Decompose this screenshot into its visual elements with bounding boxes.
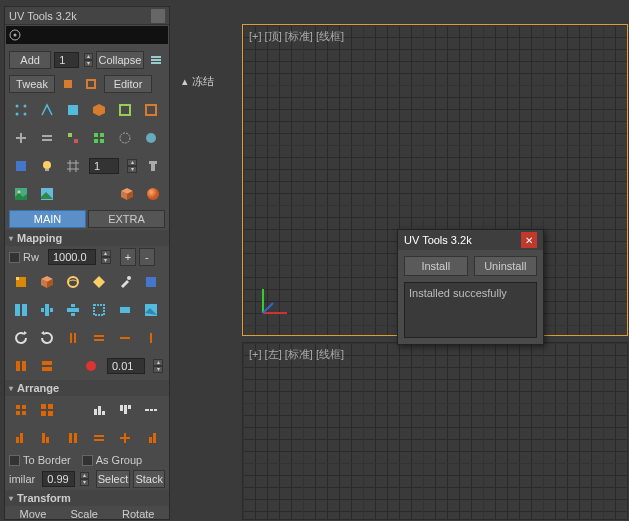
map-a3[interactable]	[63, 272, 83, 292]
map-b2[interactable]	[37, 300, 57, 320]
scale-label: Scale	[70, 508, 98, 520]
refresh-cw-icon[interactable]	[11, 328, 31, 348]
sphere-icon[interactable]	[143, 184, 163, 204]
arr-b1[interactable]	[11, 428, 31, 448]
icon-b2[interactable]	[37, 128, 57, 148]
element-icon[interactable]	[89, 100, 109, 120]
arr-b2[interactable]	[37, 428, 57, 448]
viewport-left[interactable]: [+] [左] [标准] [线框]	[242, 342, 628, 520]
as-group-check[interactable]: As Group	[82, 454, 142, 466]
arr-b3[interactable]	[63, 428, 83, 448]
collapse-button[interactable]: Collapse	[96, 51, 144, 69]
tab-row: MAIN EXTRA	[5, 208, 169, 230]
toolbar-row-2: Tweak Editor	[5, 72, 169, 96]
eyedropper-icon[interactable]	[115, 272, 135, 292]
border-icon[interactable]	[115, 100, 135, 120]
svg-rect-90	[149, 437, 152, 443]
arr-b5[interactable]	[115, 428, 135, 448]
icon-b3[interactable]	[63, 128, 83, 148]
record-icon[interactable]	[81, 356, 101, 376]
map-a1[interactable]	[11, 272, 31, 292]
arr-a2[interactable]	[37, 400, 57, 420]
close-icon[interactable]: ✕	[521, 232, 537, 248]
dialog-title-bar[interactable]: UV Tools 3.2k ✕	[398, 230, 543, 250]
arr-b6[interactable]	[141, 428, 161, 448]
scale-arrows[interactable]: ▴▾	[153, 359, 163, 373]
arrange-header[interactable]: ▾ Arrange	[5, 380, 169, 396]
icon-c4[interactable]	[143, 156, 163, 176]
panel-title-button[interactable]	[151, 9, 165, 23]
box-icon[interactable]	[117, 184, 137, 204]
map-b1[interactable]	[11, 300, 31, 320]
map-a4[interactable]	[89, 272, 109, 292]
map-a2[interactable]	[37, 272, 57, 292]
select-button[interactable]: Select	[96, 470, 131, 488]
to-border-check[interactable]: To Border	[9, 454, 71, 466]
svg-rect-73	[102, 411, 105, 415]
arr-a5[interactable]	[141, 400, 161, 420]
add-button[interactable]: Add	[9, 51, 51, 69]
map-b4[interactable]	[89, 300, 109, 320]
install-button[interactable]: Install	[404, 256, 468, 276]
arr-a1[interactable]	[11, 400, 31, 420]
map-a6[interactable]	[141, 272, 161, 292]
map-d2[interactable]	[37, 356, 57, 376]
map-c4[interactable]	[89, 328, 109, 348]
svg-rect-18	[68, 133, 72, 137]
map-b3[interactable]	[63, 300, 83, 320]
arr-a3[interactable]	[89, 400, 109, 420]
rw-arrows[interactable]: ▴▾	[101, 250, 111, 264]
edge-icon[interactable]	[37, 100, 57, 120]
rw-spinner[interactable]: 1000.0	[48, 249, 96, 265]
viewport-top-label[interactable]: [+] [顶] [标准] [线框]	[249, 29, 344, 44]
tweak-icon-1[interactable]	[58, 74, 78, 94]
refresh-ccw-icon[interactable]	[37, 328, 57, 348]
icon-b4[interactable]	[89, 128, 109, 148]
arr-a4[interactable]	[115, 400, 135, 420]
map-d1[interactable]	[11, 356, 31, 376]
tweak-icon-2[interactable]	[81, 74, 101, 94]
transform-header[interactable]: ▾ Transform	[5, 490, 169, 506]
map-b6[interactable]	[141, 300, 161, 320]
scale-spinner[interactable]: 0.01	[107, 358, 145, 374]
map-c3[interactable]	[63, 328, 83, 348]
tab-extra[interactable]: EXTRA	[88, 210, 165, 228]
grid-icon[interactable]	[63, 156, 83, 176]
image-icon[interactable]	[11, 184, 31, 204]
freeze-toggle[interactable]: ▴ 冻结	[176, 72, 220, 90]
map-c5[interactable]	[115, 328, 135, 348]
tweak-button[interactable]: Tweak	[9, 75, 55, 93]
gear-icon[interactable]	[8, 28, 22, 42]
poly-icon[interactable]	[141, 100, 161, 120]
grid-count-arrows[interactable]: ▴▾	[127, 159, 137, 173]
vertex-icon[interactable]	[11, 100, 31, 120]
grid-count-spinner[interactable]: 1	[89, 158, 119, 174]
uninstall-button[interactable]: Uninstall	[474, 256, 538, 276]
add-count-spinner[interactable]: 1	[54, 52, 79, 68]
rw-minus[interactable]: -	[139, 248, 155, 266]
icon-b5[interactable]	[115, 128, 135, 148]
svg-rect-89	[124, 433, 126, 443]
svg-rect-50	[120, 307, 130, 313]
bulb-icon[interactable]	[37, 156, 57, 176]
move-label: Move	[20, 508, 47, 520]
face-icon[interactable]	[63, 100, 83, 120]
arr-b4[interactable]	[89, 428, 109, 448]
mapping-header[interactable]: ▾ Mapping	[5, 230, 169, 246]
similar-arrows[interactable]: ▴▾	[80, 472, 89, 486]
list-icon[interactable]	[147, 50, 165, 70]
editor-button[interactable]: Editor	[104, 75, 152, 93]
map-b5[interactable]	[115, 300, 135, 320]
map-c6[interactable]	[141, 328, 161, 348]
viewport-left-label[interactable]: [+] [左] [标准] [线框]	[249, 347, 344, 362]
add-count-arrows[interactable]: ▴▾	[84, 53, 93, 67]
icon-b6[interactable]	[141, 128, 161, 148]
svg-rect-13	[146, 105, 156, 115]
landscape-icon[interactable]	[37, 184, 57, 204]
similar-spinner[interactable]: 0.99	[42, 471, 75, 487]
icon-c1[interactable]	[11, 156, 31, 176]
icon-b1[interactable]	[11, 128, 31, 148]
tab-main[interactable]: MAIN	[9, 210, 86, 228]
stack-button[interactable]: Stack	[133, 470, 165, 488]
rw-plus[interactable]: +	[120, 248, 136, 266]
